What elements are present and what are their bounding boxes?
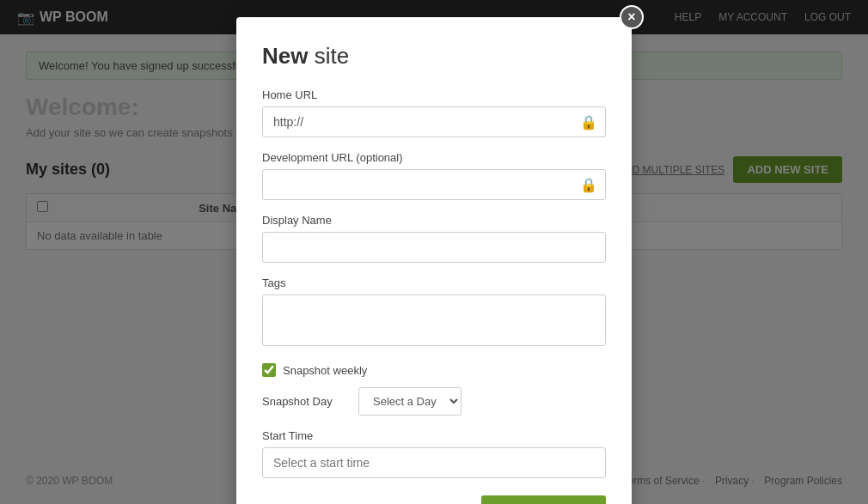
tags-label: Tags <box>262 276 606 289</box>
dev-url-label: Development URL (optional) <box>262 151 606 164</box>
create-site-button[interactable]: CREATE SITE <box>481 495 606 504</box>
display-name-label: Display Name <box>262 214 606 227</box>
home-url-lock-icon: 🔒 <box>580 114 597 131</box>
modal-overlay: × New site Home URL 🔒 Development URL (o… <box>0 0 868 504</box>
snapshot-day-row: Snapshot Day Select a Day Monday Tuesday… <box>262 387 606 416</box>
new-site-modal: × New site Home URL 🔒 Development URL (o… <box>236 17 632 504</box>
start-time-input[interactable] <box>262 447 606 478</box>
snapshot-weekly-label: Snapshot weekly <box>283 364 367 377</box>
modal-title: New site <box>262 43 606 70</box>
display-name-group: Display Name <box>262 214 606 263</box>
start-time-group: Start Time <box>262 429 606 478</box>
display-name-input[interactable] <box>262 232 606 263</box>
home-url-group: Home URL 🔒 <box>262 88 606 137</box>
dev-url-input[interactable] <box>262 169 606 200</box>
snapshot-weekly-checkbox[interactable] <box>262 363 276 377</box>
dev-url-wrapper: 🔒 <box>262 169 606 200</box>
tags-input[interactable] <box>262 295 606 346</box>
modal-footer: CANCEL CREATE SITE <box>262 495 606 504</box>
start-time-label: Start Time <box>262 429 606 442</box>
home-url-wrapper: 🔒 <box>262 106 606 137</box>
modal-close-button[interactable]: × <box>620 5 644 29</box>
snapshot-day-label: Snapshot Day <box>262 395 348 408</box>
dev-url-lock-icon: 🔒 <box>580 177 597 193</box>
home-url-input[interactable] <box>262 106 606 137</box>
tags-group: Tags <box>262 276 606 349</box>
snapshot-day-select[interactable]: Select a Day Monday Tuesday Wednesday Th… <box>358 387 462 416</box>
home-url-label: Home URL <box>262 88 606 101</box>
snapshot-weekly-row: Snapshot weekly <box>262 363 606 377</box>
dev-url-group: Development URL (optional) 🔒 <box>262 151 606 200</box>
